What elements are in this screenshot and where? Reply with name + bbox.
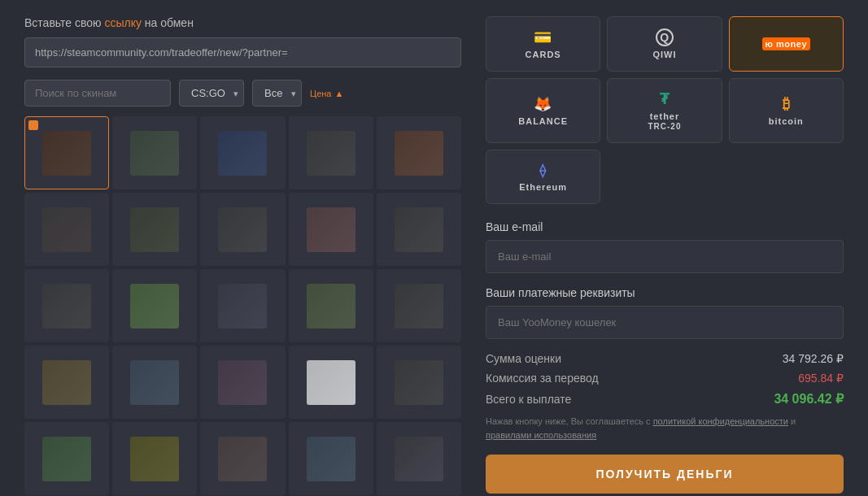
email-label: Ваш e-mail: [486, 220, 844, 233]
item-card[interactable]: [289, 346, 373, 419]
item-card[interactable]: [200, 422, 285, 495]
item-card[interactable]: [112, 269, 197, 342]
item-card[interactable]: [200, 116, 285, 189]
summary-row: Сумма оценки 34 792.26 ₽: [486, 352, 844, 365]
email-input[interactable]: [486, 240, 844, 273]
agree-prefix: Нажав кнопку ниже, Вы соглашаетесь с: [486, 416, 651, 426]
item-card[interactable]: [24, 116, 109, 189]
item-card[interactable]: [200, 269, 285, 342]
item-card[interactable]: [112, 422, 197, 495]
item-card[interactable]: [112, 193, 197, 266]
trade-link[interactable]: ссылку: [104, 16, 142, 29]
left-panel: Вставьте свою ссылку на обмен CS:GO Все …: [24, 16, 461, 495]
main-container: Вставьте свою ссылку на обмен CS:GO Все …: [24, 16, 844, 495]
item-card[interactable]: [112, 116, 197, 189]
items-grid: [24, 116, 461, 495]
item-card[interactable]: [24, 269, 109, 342]
privacy-link[interactable]: политикой конфиденциальности: [653, 416, 788, 426]
total-label: Всего к выплате: [486, 393, 571, 406]
item-card[interactable]: [24, 193, 109, 266]
trade-label-after: на обмен: [145, 16, 194, 29]
summary-label: Сумма оценки: [486, 352, 561, 365]
right-panel: 💳CARDSQQIWIю money🦊BALANCE₮tetherTRC-20₿…: [486, 16, 844, 495]
commission-row: Комиссия за перевод 695.84 ₽: [486, 372, 844, 385]
filters-row: CS:GO Все Цена ▲: [24, 80, 461, 107]
terms-link[interactable]: правилами использования: [486, 430, 596, 440]
wallet-input[interactable]: [486, 306, 844, 339]
trade-label-text: Вставьте свою: [24, 16, 102, 29]
qiwi-icon: Q: [656, 28, 674, 46]
item-card[interactable]: [24, 346, 109, 419]
item-card[interactable]: [112, 346, 197, 419]
selected-indicator: [28, 120, 38, 130]
tether-label: tetherTRC-20: [648, 111, 681, 131]
pay-btn-bitcoin[interactable]: ₿bitcoin: [729, 78, 844, 143]
pay-btn-cards[interactable]: 💳CARDS: [486, 16, 600, 72]
pay-btn-tether[interactable]: ₮tetherTRC-20: [607, 78, 722, 143]
bitcoin-icon: ₿: [783, 96, 791, 113]
wallet-label: Ваши платежные реквизиты: [486, 286, 844, 299]
ethereum-label: Ethereum: [519, 182, 567, 192]
pay-btn-money[interactable]: ю money: [729, 16, 844, 72]
trade-label: Вставьте свою ссылку на обмен: [24, 16, 461, 29]
total-value: 34 096.42 ₽: [774, 391, 844, 407]
agree-and: и: [791, 416, 796, 426]
search-input[interactable]: [24, 80, 171, 107]
submit-button[interactable]: ПОЛУЧИТЬ ДЕНЬГИ: [486, 455, 844, 494]
item-card[interactable]: [377, 116, 461, 189]
total-row: Всего к выплате 34 096.42 ₽: [486, 391, 844, 407]
pay-btn-balance[interactable]: 🦊BALANCE: [486, 78, 600, 143]
item-card[interactable]: [289, 193, 373, 266]
pay-btn-ethereum[interactable]: ⟠Ethereum: [486, 150, 600, 204]
item-card[interactable]: [377, 346, 461, 419]
qiwi-label: QIWI: [652, 50, 676, 59]
game-filter-wrapper: CS:GO: [179, 80, 244, 107]
cards-icon: 💳: [534, 28, 552, 46]
tether-icon: ₮: [660, 90, 670, 108]
ethereum-icon: ⟠: [539, 162, 547, 179]
sort-arrow-icon: ▲: [334, 89, 343, 98]
item-card[interactable]: [377, 269, 461, 342]
commission-value: 695.84 ₽: [798, 372, 844, 385]
item-card[interactable]: [289, 116, 373, 189]
cards-label: CARDS: [526, 50, 561, 59]
trade-url-input[interactable]: [24, 37, 461, 67]
pay-btn-qiwi[interactable]: QQIWI: [607, 16, 722, 72]
item-card[interactable]: [289, 422, 373, 495]
commission-label: Комиссия за перевод: [486, 372, 599, 385]
balance-icon: 🦊: [534, 95, 552, 113]
bitcoin-label: bitcoin: [769, 116, 804, 126]
item-card[interactable]: [289, 269, 373, 342]
game-filter-select[interactable]: CS:GO: [179, 80, 244, 107]
item-card[interactable]: [24, 422, 109, 495]
money-icon: ю money: [762, 34, 810, 51]
item-card[interactable]: [377, 193, 461, 266]
price-sort-button[interactable]: Цена ▲: [310, 89, 343, 98]
type-filter-select[interactable]: Все: [252, 80, 302, 107]
balance-label: BALANCE: [518, 116, 568, 126]
summary-value: 34 792.26 ₽: [783, 352, 844, 365]
agree-text: Нажав кнопку ниже, Вы соглашаетесь с пол…: [486, 415, 844, 442]
item-card[interactable]: [200, 193, 285, 266]
payment-methods: 💳CARDSQQIWIю money🦊BALANCE₮tetherTRC-20₿…: [486, 16, 844, 204]
price-sort-label: Цена: [310, 89, 331, 98]
type-filter-wrapper: Все: [252, 80, 302, 107]
item-card[interactable]: [377, 422, 461, 495]
item-card[interactable]: [200, 346, 285, 419]
